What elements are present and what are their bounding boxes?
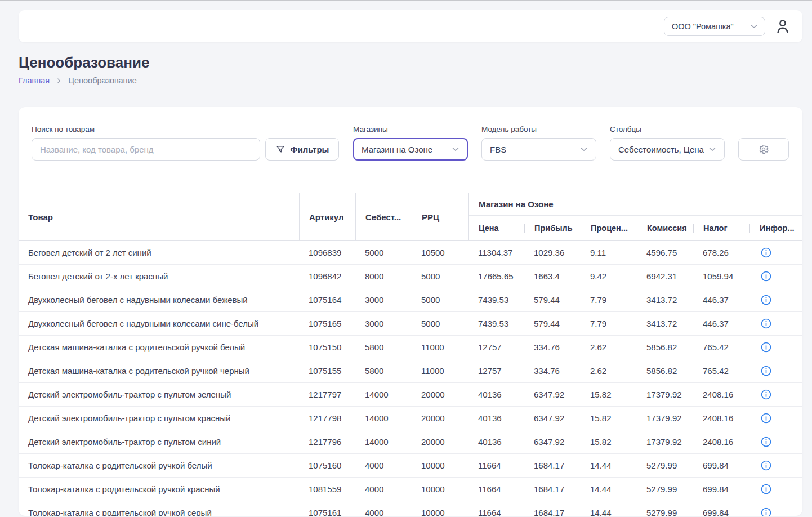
model-select[interactable]: FBS: [481, 138, 596, 161]
cell-percent: 14.44: [580, 508, 636, 516]
shops-select-value: Магазин на Озоне: [362, 145, 432, 154]
row-info-button[interactable]: [749, 366, 802, 376]
sub-header-commission: Комиссия: [637, 224, 693, 233]
cell-name: Толокар-каталка с родительской ручкой се…: [19, 508, 299, 516]
company-select-value: ООО "Ромашка": [672, 22, 734, 31]
row-info-button[interactable]: [749, 295, 802, 305]
column-header-product: Товар: [19, 193, 299, 240]
row-info-button[interactable]: [749, 460, 802, 471]
cell-percent: 14.44: [580, 461, 636, 470]
column-group-shop: Магазин на Озоне Цена Прибыль Процен... …: [468, 193, 802, 240]
column-group-title: Магазин на Озоне: [469, 193, 802, 216]
gear-icon: [758, 144, 769, 155]
cell-percent: 2.62: [580, 366, 636, 376]
cell-name: Детская машина-каталка с родительской ру…: [19, 342, 299, 352]
breadcrumb: Главная Ценообразование: [19, 76, 812, 85]
top-bar: ООО "Ромашка": [19, 10, 802, 42]
cell-tax: 446.37: [693, 295, 749, 305]
cell-profit: 579.44: [524, 295, 580, 305]
row-info-button[interactable]: [749, 436, 802, 447]
cell-price: 11304.37: [468, 248, 524, 257]
sub-header-profit: Прибыль: [524, 224, 581, 233]
cell-cost: 3000: [355, 319, 412, 328]
cell-profit: 6347.92: [524, 437, 580, 447]
chevron-down-icon: [450, 144, 461, 154]
cell-name: Детский электромобиль-трактор с пультом …: [19, 413, 299, 423]
company-select[interactable]: ООО "Ромашка": [664, 17, 765, 36]
row-info-button[interactable]: [749, 413, 802, 424]
breadcrumb-home-link[interactable]: Главная: [19, 76, 50, 85]
cell-cost: 4000: [355, 461, 412, 470]
sub-header-row: Цена Прибыль Процен... Комиссия Налог Ин…: [469, 216, 802, 240]
row-info-button[interactable]: [749, 318, 802, 329]
shops-field-group: Магазины Магазин на Озоне: [353, 125, 468, 161]
cell-tax: 1059.94: [693, 271, 749, 281]
cell-cost: 8000: [355, 271, 412, 281]
cell-tax: 765.42: [693, 342, 749, 352]
sub-header-price: Цена: [469, 224, 524, 233]
cell-cost: 5000: [355, 248, 412, 257]
filters-button[interactable]: Фильтры: [265, 138, 339, 161]
columns-field-group: Столбцы Себестоимость, Цена: [610, 125, 725, 161]
cell-rrc: 20000: [412, 413, 468, 423]
cell-commission: 4596.75: [636, 248, 693, 257]
info-icon: [761, 295, 771, 305]
cell-tax: 678.26: [693, 248, 749, 257]
cell-profit: 1663.4: [524, 271, 580, 281]
cell-tax: 699.84: [693, 461, 749, 470]
row-info-button[interactable]: [749, 247, 802, 258]
info-icon: [761, 389, 771, 400]
cell-profit: 579.44: [524, 319, 580, 328]
cell-name: Детский электромобиль-трактор с пультом …: [19, 437, 299, 447]
window-top-border: [0, 0, 812, 1]
cell-name: Беговел детский от 2-х лет красный: [19, 271, 299, 281]
cell-sku: 1075161: [299, 508, 355, 516]
table-header: Товар Артикул Себест... РРЦ Магазин на О…: [19, 193, 802, 241]
cell-commission: 17379.92: [636, 437, 693, 447]
cell-sku: 1217796: [299, 437, 355, 447]
user-icon[interactable]: [774, 17, 791, 35]
chevron-right-icon: [55, 77, 63, 84]
columns-select[interactable]: Себестоимость, Цена: [610, 138, 725, 161]
row-info-button[interactable]: [749, 342, 802, 353]
cell-name: Детский электромобиль-трактор с пультом …: [19, 390, 299, 399]
shops-select[interactable]: Магазин на Озоне: [353, 138, 468, 161]
cell-cost: 5800: [355, 366, 412, 376]
table-row: Беговел детский от 2-х лет красный109684…: [19, 265, 802, 288]
cell-percent: 7.79: [580, 295, 636, 305]
cell-price: 40136: [468, 437, 524, 447]
cell-commission: 3413.72: [636, 319, 693, 328]
columns-label: Столбцы: [610, 125, 725, 133]
cell-price: 11664: [468, 484, 524, 494]
search-input[interactable]: [32, 138, 260, 161]
column-header-rrc: РРЦ: [412, 193, 468, 240]
cell-percent: 15.82: [580, 437, 636, 447]
row-info-button[interactable]: [749, 484, 802, 494]
row-info-button[interactable]: [749, 271, 802, 282]
cell-price: 12757: [468, 366, 524, 376]
cell-profit: 1684.17: [524, 484, 580, 494]
search-field-group: Поиск по товарам: [32, 125, 260, 161]
cell-rrc: 20000: [412, 437, 468, 447]
sub-header-info: Инфор...: [749, 224, 802, 233]
cell-name: Детская машина-каталка с родительской ру…: [19, 366, 299, 376]
shops-label: Магазины: [353, 125, 468, 133]
breadcrumb-current: Ценообразование: [68, 76, 137, 85]
chevron-down-icon: [707, 144, 717, 154]
cell-price: 40136: [468, 413, 524, 423]
row-info-button[interactable]: [749, 507, 802, 516]
cell-profit: 334.76: [524, 342, 580, 352]
cell-name: Двухколесный беговел с надувными колесам…: [19, 295, 299, 305]
cell-percent: 15.82: [580, 390, 636, 399]
row-info-button[interactable]: [749, 389, 802, 400]
info-icon: [761, 366, 771, 376]
cell-rrc: 10000: [412, 461, 468, 470]
cell-commission: 17379.92: [636, 413, 693, 423]
cell-profit: 6347.92: [524, 390, 580, 399]
table-row: Толокар-каталка с родительской ручкой се…: [19, 501, 802, 516]
cell-commission: 6942.31: [636, 271, 693, 281]
table-settings-button[interactable]: [738, 138, 789, 161]
cell-commission: 3413.72: [636, 295, 693, 305]
cell-price: 7439.53: [468, 295, 524, 305]
cell-commission: 5279.99: [636, 461, 693, 470]
